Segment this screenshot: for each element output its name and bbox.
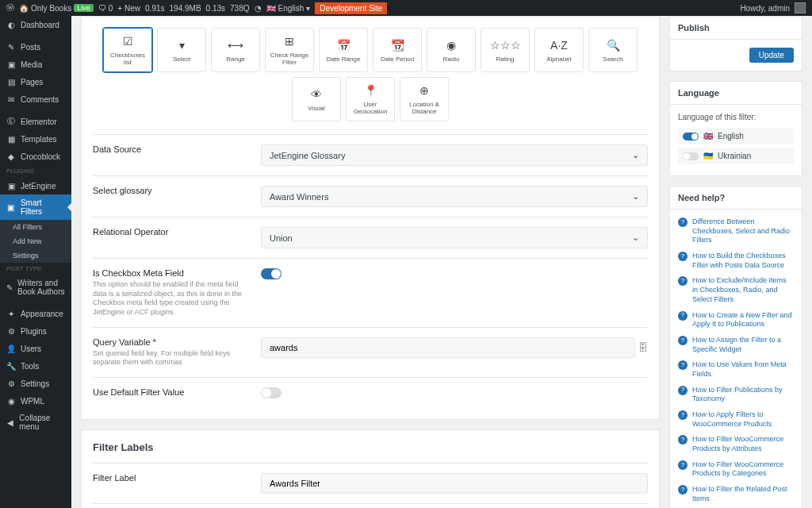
help-icon: ?	[678, 336, 688, 345]
lang-row-ukrainian[interactable]: 🇺🇦 Ukrainian	[678, 148, 794, 164]
admin-sidebar: ◐Dashboard ✎Posts ▣Media ▤Pages ✉Comment…	[0, 16, 71, 508]
sidebar-item-media[interactable]: ▣Media	[0, 56, 71, 73]
lang-row-english[interactable]: 🇬🇧 English	[678, 128, 794, 144]
filter-type-alphabet[interactable]: A·ZAlphabet	[534, 28, 584, 72]
filter-labels-panel: Filter Labels Filter Label Active Filter…	[81, 429, 660, 508]
howdy-user[interactable]: Howdy, admin	[740, 4, 790, 13]
sidebar-item-plugins[interactable]: ⚙Plugins	[0, 322, 71, 340]
filter-type-location-distance[interactable]: ⊕Location & Distance	[400, 77, 449, 121]
wpml-icon: ◉	[6, 396, 16, 406]
comments-count[interactable]: 🗨 0	[98, 4, 113, 13]
help-link[interactable]: ?Difference Between Checkboxes, Select a…	[678, 217, 794, 245]
help-icon: ?	[678, 311, 688, 321]
help-box: Need help? ?Difference Between Checkboxe…	[669, 186, 802, 508]
database-icon[interactable]: 🗄	[638, 342, 648, 353]
language-switcher[interactable]: 🇬🇧 English ▾	[266, 4, 311, 13]
filter-type-search[interactable]: 🔍Search	[588, 28, 638, 72]
lang-toggle-ukrainian[interactable]	[683, 152, 699, 160]
label-data-source: Data Source	[93, 144, 261, 154]
filter-type-icon: A·Z	[550, 38, 568, 52]
language-box: Language Language of this filter: 🇬🇧 Eng…	[669, 81, 802, 176]
help-link[interactable]: ?How to Filter Publications by Taxonomy	[678, 386, 794, 404]
filter-type-icon: ⊕	[419, 83, 429, 98]
field-data-source: Data Source JetEngine Glossary⌄	[93, 134, 648, 175]
sidebar-item-wpml[interactable]: ◉WPML	[0, 392, 71, 410]
help-link[interactable]: ?How to Use Values from Meta Fields	[678, 360, 794, 379]
new-content[interactable]: + New	[117, 4, 140, 13]
sidebar-sub-addnew[interactable]: Add New	[0, 234, 71, 248]
chevron-down-icon: ⌄	[632, 233, 639, 243]
toggle-default-value[interactable]	[261, 387, 282, 398]
sidebar-item-comments[interactable]: ✉Comments	[0, 90, 71, 108]
sidebar-item-elementor[interactable]: ⒺElementor	[0, 113, 71, 130]
filter-type-checkboxes-list[interactable]: ☑Checkboxes list	[103, 28, 152, 72]
field-checkbox-meta: Is Checkbox Meta Field This option shoul…	[93, 258, 648, 327]
help-link[interactable]: ?How to Filter the Related Post Items	[678, 485, 794, 503]
comments-icon: ✉	[6, 94, 16, 104]
select-glossary[interactable]: Award Winners⌄	[261, 186, 648, 207]
help-link[interactable]: ?How to Build the Checkboxes Filter with…	[678, 252, 794, 270]
avatar[interactable]	[795, 2, 806, 13]
sidebar-item-settings[interactable]: ⚙Settings	[0, 375, 71, 392]
select-operator[interactable]: Union⌄	[261, 227, 648, 248]
sidebar-sub-allfilters[interactable]: All Filters	[0, 220, 71, 234]
field-default-value: Use Default Filter Value	[93, 377, 648, 408]
sidebar-item-posts[interactable]: ✎Posts	[0, 38, 71, 56]
update-button[interactable]: Update	[749, 48, 794, 63]
sidebar-item-collapse[interactable]: ◀Collapse menu	[0, 410, 71, 435]
help-link[interactable]: ?How to Filter WooCommerce Products by C…	[678, 460, 794, 479]
sidebar-item-appearance[interactable]: ✦Appearance	[0, 305, 71, 322]
sidebar-item-pages[interactable]: ▤Pages	[0, 73, 71, 90]
filter-type-icon: 🔍	[607, 38, 620, 52]
sidebar-sub-settings[interactable]: Settings	[0, 248, 71, 263]
filter-type-date-range[interactable]: 📅Date Range	[319, 28, 368, 72]
help-link[interactable]: ?How to Exclude/Include Items in Checkbo…	[678, 276, 794, 304]
sidebar-item-tools[interactable]: 🔧Tools	[0, 357, 71, 375]
label-default-value: Use Default Filter Value	[93, 387, 261, 397]
sidebar-item-jetengine[interactable]: ▣JetEngine	[0, 177, 71, 194]
templates-icon: ▦	[6, 134, 16, 144]
sidebar-item-smartfilters[interactable]: ▣Smart Filters	[0, 194, 71, 220]
sidebar-item-crocoblock[interactable]: ◆Crocoblock	[0, 148, 71, 165]
input-filter-label[interactable]	[261, 473, 648, 494]
label-glossary: Select glossary	[93, 186, 261, 195]
media-icon: ▣	[6, 60, 16, 69]
site-name[interactable]: 🏠 Only Books Live	[19, 4, 94, 13]
crocoblock-icon: ◆	[6, 152, 16, 161]
filter-type-range[interactable]: ⟷Range	[211, 28, 260, 72]
filter-type-check-range-filter[interactable]: ⊞Check Range Filter	[265, 28, 314, 72]
sidebar-item-writers[interactable]: ✎Writers and Book Authors	[0, 275, 71, 300]
help-link[interactable]: ?How to Assign the Filter to a Specific …	[678, 336, 794, 354]
wp-logo-icon[interactable]: ⓦ	[6, 2, 14, 13]
plugins-icon: ⚙	[6, 326, 16, 336]
help-icon: ?	[678, 435, 688, 444]
filter-type-visual[interactable]: 👁Visual	[292, 77, 341, 121]
filter-type-user-geolocation[interactable]: 📍User Geolocation	[346, 77, 395, 121]
filter-type-select[interactable]: ▾Select	[157, 28, 206, 72]
filter-type-radio[interactable]: ◉Radio	[427, 28, 476, 72]
toggle-checkbox-meta[interactable]	[261, 268, 282, 279]
elementor-icon: Ⓔ	[6, 117, 16, 126]
help-link[interactable]: ?How to Apply Filters to WooCommerce Pro…	[678, 410, 794, 429]
filter-type-icon: ▾	[179, 38, 185, 52]
field-active-filter-label: Active Filter Label	[93, 503, 648, 508]
users-icon: 👤	[6, 344, 16, 353]
admin-bar: ⓦ 🏠 Only Books Live 🗨 0 + New 0.91s 194.…	[0, 0, 812, 16]
select-data-source[interactable]: JetEngine Glossary⌄	[261, 144, 648, 166]
perf-time1: 0.91s	[145, 4, 164, 13]
sidebar-item-templates[interactable]: ▦Templates	[0, 130, 71, 148]
label-filter-label: Filter Label	[93, 473, 261, 483]
sidebar-item-users[interactable]: 👤Users	[0, 340, 71, 357]
sidebar-item-dashboard[interactable]: ◐Dashboard	[0, 16, 71, 33]
filter-type-rating[interactable]: ☆☆☆Rating	[481, 28, 530, 72]
perf-queries: 738Q	[230, 4, 249, 13]
posts-icon: ✎	[6, 42, 16, 52]
chevron-down-icon: ⌄	[632, 150, 639, 160]
help-icon: ?	[678, 217, 688, 227]
filter-type-date-period[interactable]: 📆Date Period	[373, 28, 422, 72]
help-link[interactable]: ?How to Create a New Filter and Apply It…	[678, 311, 794, 329]
lang-toggle-english[interactable]	[683, 133, 699, 140]
help-link[interactable]: ?How to Filter WooCommerce Products by A…	[678, 435, 794, 453]
input-query-var[interactable]	[261, 337, 635, 358]
debug-icon[interactable]: ◔	[255, 4, 262, 13]
